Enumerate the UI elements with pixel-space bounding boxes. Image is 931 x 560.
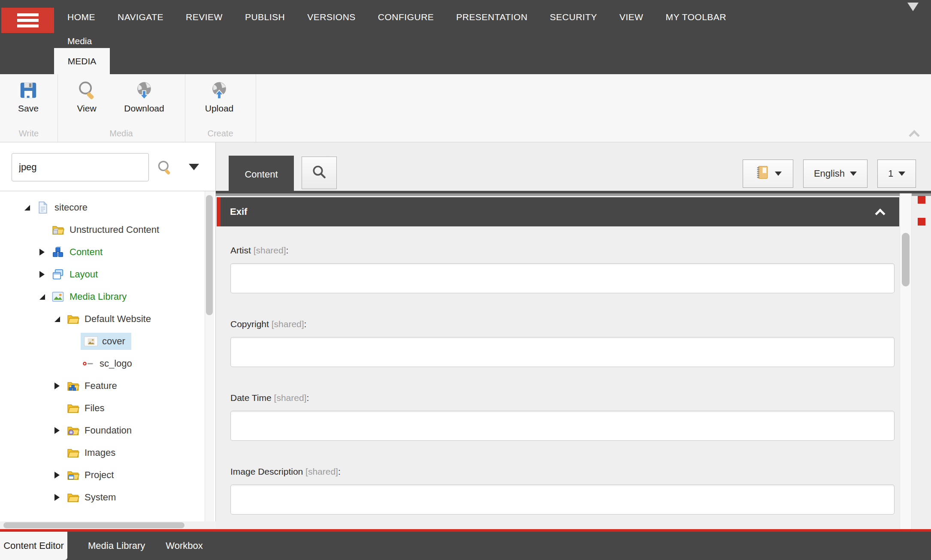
tree-item-files[interactable]: Files xyxy=(0,397,215,419)
tree-expand-triangle-icon[interactable] xyxy=(54,427,66,434)
ribbon-group-label-create: Create xyxy=(185,129,256,138)
menu-item-configure[interactable]: CONFIGURE xyxy=(378,12,434,22)
save-icon xyxy=(18,80,38,100)
menu-item-publish[interactable]: PUBLISH xyxy=(245,12,285,22)
tree-scrollbar-thumb[interactable] xyxy=(206,195,213,315)
tree-collapse-triangle-icon[interactable] xyxy=(24,205,36,211)
tree-item-system[interactable]: System xyxy=(0,486,215,509)
tree-item-label: cover xyxy=(102,336,125,347)
tree-item-cover[interactable]: cover xyxy=(0,330,215,352)
tree-item-layout[interactable]: Layout xyxy=(0,263,215,286)
document-icon xyxy=(36,201,50,214)
folder-open-icon xyxy=(66,446,80,459)
search-icon[interactable] xyxy=(157,160,173,176)
tree-expand-triangle-icon[interactable] xyxy=(39,249,51,256)
version-dropdown-button[interactable]: 1 xyxy=(877,160,916,188)
taskbar-tab-workbox[interactable]: Workbox xyxy=(155,532,213,560)
tree-item-label: Content xyxy=(70,247,103,258)
download-icon xyxy=(134,80,154,100)
language-label: English xyxy=(814,168,845,179)
tree-item-content[interactable]: Content xyxy=(0,241,215,263)
section-title: Exif xyxy=(230,206,247,217)
search-input[interactable] xyxy=(12,153,149,181)
validation-marker[interactable] xyxy=(918,196,925,204)
layout-icon xyxy=(51,268,65,281)
tree-item-unstructured-content[interactable]: Unstructured Content xyxy=(0,219,215,241)
view-icon xyxy=(77,80,97,100)
folder-open-icon xyxy=(66,313,80,325)
ribbon-collapse-chevron-icon[interactable] xyxy=(910,129,919,138)
field-copyright: Copyright [shared]: xyxy=(230,319,895,367)
editor-scrollbar-thumb[interactable] xyxy=(902,233,910,286)
tree-item-media-library[interactable]: Media Library xyxy=(0,286,215,308)
copyright-input[interactable] xyxy=(230,337,895,367)
menu-item-home[interactable]: HOME xyxy=(67,12,95,22)
taskbar-tab-media-library[interactable]: Media Library xyxy=(78,532,155,560)
content-tree: sitecoreUnstructured ContentContentLayou… xyxy=(0,191,215,509)
tree-item-sitecore[interactable]: sitecore xyxy=(0,196,215,219)
image-description-input[interactable] xyxy=(230,485,895,515)
folder-window-icon xyxy=(66,469,80,482)
tree-item-label: Feature xyxy=(85,380,117,391)
tab-content[interactable]: Content xyxy=(229,156,294,193)
chevron-down-icon xyxy=(850,172,857,176)
taskbar: Content EditorMedia LibraryWorkbox xyxy=(0,532,931,560)
tree-expand-triangle-icon[interactable] xyxy=(54,382,66,389)
tree-item-label: Unstructured Content xyxy=(70,224,159,235)
menu-item-my-toolbar[interactable]: MY TOOLBAR xyxy=(665,12,726,22)
ribbon-group-divider xyxy=(256,74,256,142)
tree-item-label: System xyxy=(85,492,116,503)
menu-item-review[interactable]: REVIEW xyxy=(186,12,223,22)
tree-collapse-triangle-icon[interactable] xyxy=(54,316,66,322)
tree-item-feature[interactable]: Feature xyxy=(0,375,215,397)
save-button[interactable]: Save xyxy=(7,80,50,114)
tab-media[interactable]: MEDIA xyxy=(54,48,110,74)
tree-item-sc-logo[interactable]: sc_logo xyxy=(0,352,215,375)
menu-item-view[interactable]: VIEW xyxy=(620,12,644,22)
download-button[interactable]: Download xyxy=(108,80,181,114)
tree-expand-triangle-icon[interactable] xyxy=(54,472,66,479)
profile-dropdown-button[interactable] xyxy=(743,160,793,188)
artist-input[interactable] xyxy=(230,263,895,293)
chevron-down-icon xyxy=(775,172,782,176)
tree-item-foundation[interactable]: Foundation xyxy=(0,419,215,442)
taskbar-tab-content-editor[interactable]: Content Editor xyxy=(0,532,67,560)
cubes-icon xyxy=(51,246,65,259)
tree-item-label: Layout xyxy=(70,269,98,280)
tree-item-label: Default Website xyxy=(85,313,151,325)
tree-item-default-website[interactable]: Default Website xyxy=(0,308,215,330)
tree-item-label: Images xyxy=(85,447,115,458)
menu-item-versions[interactable]: VERSIONS xyxy=(307,12,356,22)
folder-feature-icon xyxy=(66,379,80,392)
content-tree-panel: sitecoreUnstructured ContentContentLayou… xyxy=(0,191,216,521)
tree-horizontal-scrollbar-thumb[interactable] xyxy=(3,522,184,528)
language-dropdown-button[interactable]: English xyxy=(803,160,868,188)
chevron-down-icon[interactable] xyxy=(907,3,919,11)
search-options-chevron-icon[interactable] xyxy=(189,164,199,170)
chevron-down-icon xyxy=(898,172,905,176)
tree-item-images[interactable]: Images xyxy=(0,442,215,464)
date-time-input[interactable] xyxy=(230,411,895,441)
tree-collapse-triangle-icon[interactable] xyxy=(39,294,51,300)
tree-expand-triangle-icon[interactable] xyxy=(54,494,66,501)
view-button[interactable]: View xyxy=(65,80,108,114)
folder-gear-icon xyxy=(66,424,80,437)
folder-open-icon xyxy=(66,491,80,504)
validation-marker[interactable] xyxy=(918,218,925,226)
item-search-button[interactable] xyxy=(302,157,337,189)
editor-pane: Content English 1 Exif Artist [shared]:C… xyxy=(216,142,931,529)
tree-item-label: sitecore xyxy=(54,202,88,213)
menu-item-security[interactable]: SECURITY xyxy=(550,12,597,22)
menu-item-presentation[interactable]: PRESENTATION xyxy=(456,12,527,22)
section-collapse-chevron-icon[interactable] xyxy=(875,207,886,217)
section-header-exif[interactable]: Exif xyxy=(217,197,899,226)
tree-item-project[interactable]: Project xyxy=(0,464,215,486)
tree-expand-triangle-icon[interactable] xyxy=(39,271,51,278)
field-label: Artist [shared]: xyxy=(230,245,895,256)
upload-button[interactable]: Upload xyxy=(183,80,256,114)
notebook-icon xyxy=(754,165,770,183)
tree-item-label: sc_logo xyxy=(100,358,132,369)
hamburger-menu-icon[interactable] xyxy=(1,8,54,33)
menu-item-navigate[interactable]: NAVIGATE xyxy=(118,12,163,22)
ribbon-group-label-media: Media xyxy=(57,129,185,138)
